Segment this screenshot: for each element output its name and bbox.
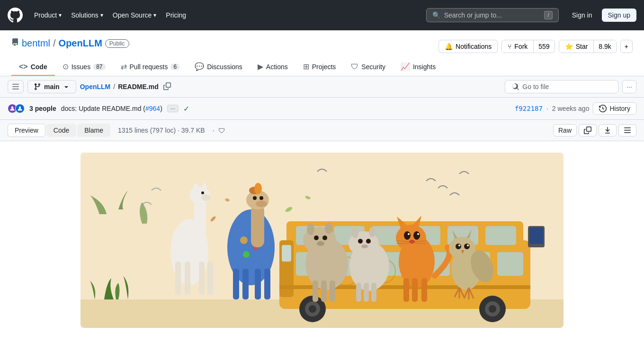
fork-count[interactable]: 559 [534, 40, 554, 53]
go-to-file-label: Go to file [522, 83, 549, 90]
filename: README.md [118, 83, 159, 90]
svg-rect-65 [330, 281, 335, 302]
code-tab[interactable]: Code [46, 124, 76, 137]
commit-separator: · [546, 105, 548, 112]
blame-tab[interactable]: Blame [77, 124, 110, 137]
add-to-list-button[interactable]: + [620, 40, 633, 53]
tab-discussions[interactable]: 💬 Discussions [187, 58, 250, 76]
more-options-button[interactable]: ··· [622, 80, 636, 93]
svg-point-82 [408, 233, 410, 235]
svg-rect-53 [242, 269, 249, 299]
history-label: History [609, 105, 630, 112]
commit-more-button[interactable]: ··· [167, 105, 179, 112]
svg-point-81 [413, 231, 420, 240]
svg-rect-52 [233, 269, 239, 299]
tab-actions-label: Actions [266, 63, 288, 71]
svg-rect-15 [497, 252, 523, 276]
tab-actions[interactable]: ▶ Actions [250, 58, 295, 76]
star-label: Star [576, 43, 588, 50]
history-button[interactable]: History [593, 102, 636, 115]
svg-rect-38 [199, 262, 205, 295]
svg-point-84 [409, 240, 415, 244]
tab-security-label: Security [361, 63, 385, 71]
svg-point-83 [417, 233, 419, 235]
issues-count: 87 [93, 63, 105, 70]
file-stats: 1315 lines (797 loc) · 39.7 KB [118, 127, 205, 134]
svg-point-62 [325, 223, 332, 234]
svg-point-77 [396, 225, 426, 251]
shield-icon: 🛡 [218, 127, 225, 135]
copy-content-button[interactable] [579, 124, 597, 136]
svg-point-97 [456, 244, 461, 249]
svg-point-33 [201, 191, 204, 194]
repo-path-link[interactable]: OpenLLM [80, 83, 111, 90]
commit-message-text: docs: Update README.md [61, 105, 142, 112]
raw-button[interactable]: Raw [553, 124, 577, 136]
svg-point-72 [369, 227, 376, 237]
svg-point-49 [253, 196, 257, 200]
ellipsis-icon: ··· [626, 83, 632, 90]
download-button[interactable] [599, 124, 617, 136]
svg-rect-30 [194, 200, 206, 238]
go-to-file-button[interactable]: Go to file [505, 80, 618, 93]
tab-insights[interactable]: 📈 Insights [393, 58, 443, 76]
sidebar-toggle-button[interactable] [8, 80, 24, 93]
list-view-button[interactable] [618, 124, 636, 136]
tab-issues[interactable]: ⊙ Issues 87 [55, 58, 113, 76]
commit-pr-link[interactable]: #964 [145, 105, 160, 112]
solutions-nav-link[interactable]: Solutions [67, 9, 107, 22]
notifications-button[interactable]: 🔔 Notifications [438, 40, 498, 53]
opensource-nav-link[interactable]: Open Source [109, 9, 161, 22]
owner-link[interactable]: bentml [22, 38, 50, 49]
tab-projects[interactable]: ⊞ Projects [295, 58, 344, 76]
visibility-badge: Public [105, 39, 129, 48]
star-button[interactable]: ⭐ Star [559, 40, 594, 53]
repo-breadcrumb: bentml / OpenLLM Public [11, 38, 129, 49]
preview-tab[interactable]: Preview [8, 124, 45, 137]
star-count[interactable]: 8.9k [594, 40, 616, 53]
svg-point-100 [467, 244, 469, 246]
readme-hero-image [80, 153, 564, 328]
stats-separator: · [213, 127, 215, 134]
search-bar[interactable]: 🔍 Search or jump to... / [426, 8, 559, 22]
svg-point-59 [322, 235, 327, 240]
file-path-slash: / [113, 83, 115, 90]
fork-button[interactable]: ⑂ Fork [502, 40, 534, 53]
tab-pull-requests[interactable]: ⇄ Pull requests 6 [113, 58, 188, 76]
sign-in-button[interactable]: Sign in [566, 9, 598, 21]
svg-point-22 [489, 305, 496, 313]
svg-point-50 [259, 196, 263, 200]
file-actions: Raw [553, 124, 636, 136]
bell-icon: 🔔 [445, 43, 453, 50]
commit-hash-link[interactable]: f922187 [515, 105, 543, 112]
repo-actions: 🔔 Notifications ⑂ Fork 559 ⭐ Star 8.9k + [438, 40, 633, 53]
svg-point-99 [458, 244, 460, 246]
repo-name-link[interactable]: OpenLLM [59, 38, 102, 49]
code-icon: <> [19, 63, 28, 71]
svg-rect-63 [313, 281, 318, 302]
branch-selector[interactable]: main [27, 80, 76, 93]
commit-message: docs: Update README.md (#964) [61, 105, 162, 112]
svg-point-48 [254, 183, 262, 194]
github-logo[interactable] [8, 8, 23, 23]
svg-rect-9 [485, 226, 516, 245]
commit-meta: f922187 · 2 weeks ago History [515, 102, 636, 115]
tab-code[interactable]: <> Code [11, 59, 55, 76]
product-nav-link[interactable]: Product [30, 9, 65, 22]
tab-code-label: Code [31, 63, 47, 71]
fork-icon: ⑂ [508, 43, 511, 50]
copy-path-button[interactable] [161, 81, 173, 92]
file-path: OpenLLM / README.md [80, 81, 173, 92]
svg-rect-73 [356, 283, 361, 302]
content-area [0, 141, 644, 339]
pricing-nav-link[interactable]: Pricing [162, 9, 190, 22]
star-button-group: ⭐ Star 8.9k [559, 40, 617, 53]
svg-point-98 [464, 244, 470, 249]
svg-point-43 [243, 251, 250, 258]
avatar-2 [15, 104, 25, 113]
svg-point-70 [361, 244, 368, 248]
svg-point-32 [201, 194, 211, 201]
sign-up-button[interactable]: Sign up [602, 9, 636, 22]
tab-security[interactable]: 🛡 Security [343, 59, 393, 76]
svg-point-35 [203, 183, 206, 190]
